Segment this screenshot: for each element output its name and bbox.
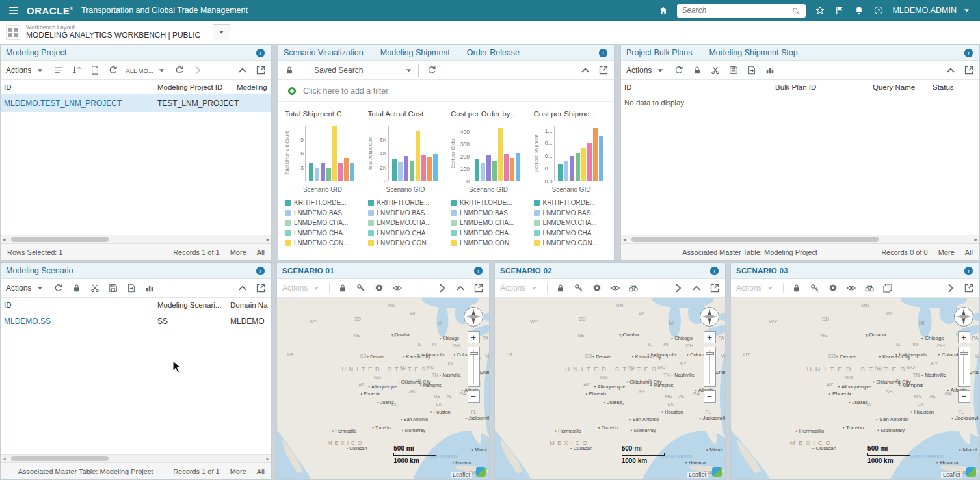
info-icon[interactable]: i [473, 265, 484, 276]
gear-icon[interactable] [827, 283, 838, 294]
horizontal-scrollbar[interactable]: ◂ ▸ [621, 235, 979, 243]
legend-item[interactable]: LNMDEMO.CON... [451, 239, 527, 247]
global-search[interactable] [677, 4, 806, 18]
scroll-left-arrow[interactable]: ◂ [3, 235, 6, 243]
export-icon[interactable] [126, 283, 137, 294]
saved-search-dropdown[interactable]: Saved Search [310, 64, 419, 77]
basemap-logo-icon[interactable] [712, 467, 722, 477]
legend-item[interactable]: KRITIFTI.ORDE... [285, 199, 362, 206]
lock-icon[interactable] [791, 283, 802, 294]
column-header-status[interactable]: Status [933, 83, 976, 91]
refresh-icon[interactable] [426, 65, 437, 76]
scenario-id-link[interactable]: MLDEMO.SS [4, 317, 157, 326]
legend-item[interactable]: LNMDEMO.CHA... [285, 219, 362, 226]
tab-project-bulk-plans[interactable]: Project Bulk Plans [626, 48, 692, 57]
lock-icon[interactable] [71, 283, 82, 294]
gear-icon[interactable] [591, 283, 602, 294]
compass-icon[interactable] [698, 306, 721, 328]
zoom-in-button[interactable]: + [468, 331, 480, 343]
basemap-logo-icon[interactable] [966, 467, 976, 477]
view-menu-icon[interactable] [53, 65, 64, 76]
maximize-panel-icon[interactable] [709, 283, 720, 294]
basemap-logo-icon[interactable] [476, 467, 486, 477]
legend-item[interactable]: LNMDEMO.CHA... [368, 219, 445, 226]
maximize-panel-icon[interactable] [255, 283, 266, 294]
zoom-slider[interactable] [958, 347, 970, 387]
map-canvas[interactable]: WYSDMNWIMIIANEILINOHPAWVVAUTCOKSMOKYTNNC… [495, 298, 725, 479]
info-icon[interactable]: i [255, 265, 266, 276]
more-link[interactable]: More [938, 248, 955, 256]
actions-button[interactable]: Actions [736, 283, 776, 294]
scroll-right-arrow[interactable]: ▸ [266, 455, 269, 462]
scrollbar-thumb[interactable] [11, 456, 109, 461]
favorites-icon[interactable] [814, 5, 825, 16]
hamburger-menu-icon[interactable] [8, 5, 19, 16]
workbench-icon[interactable] [6, 25, 20, 40]
info-icon[interactable]: i [963, 265, 974, 276]
chart-bar[interactable] [338, 163, 343, 181]
binoculars-icon[interactable] [628, 283, 639, 294]
zoom-in-button[interactable]: + [958, 331, 970, 343]
maximize-panel-icon[interactable] [598, 65, 609, 76]
column-header-scenario-id[interactable]: Modeling Scenari... [157, 301, 230, 309]
chart-bar[interactable] [410, 161, 414, 181]
chart-bar[interactable] [321, 163, 325, 181]
collapse-panel-icon[interactable] [579, 65, 590, 76]
legend-item[interactable]: LNMDEMO.CON... [534, 239, 611, 247]
gear-icon[interactable] [373, 283, 384, 294]
legend-item[interactable]: KRITIFTI.ORDE... [368, 199, 445, 206]
legend-item[interactable]: LNMDEMO.CHA... [368, 230, 445, 237]
chart-bar[interactable] [332, 126, 337, 181]
chart-bar[interactable] [581, 148, 586, 181]
chart-bar[interactable] [492, 161, 497, 181]
maximize-panel-icon[interactable] [255, 65, 266, 76]
chart-bar[interactable] [587, 143, 592, 181]
collapse-panel-icon[interactable] [237, 283, 248, 294]
lock-icon[interactable] [284, 65, 295, 76]
chart-bar[interactable] [309, 163, 313, 181]
chart-bar[interactable] [475, 159, 479, 181]
zoom-slider-handle[interactable] [706, 352, 714, 355]
scrollbar-thumb[interactable] [631, 237, 879, 242]
chart-bar[interactable] [392, 159, 397, 181]
chart-bar[interactable] [510, 158, 514, 181]
save-icon[interactable] [728, 65, 739, 76]
chart-bar[interactable] [326, 168, 331, 182]
lock-icon[interactable] [337, 283, 348, 294]
column-header-id[interactable]: ID [4, 301, 157, 309]
chart-bar[interactable] [504, 154, 509, 181]
project-id-link[interactable]: MLDEMO.TEST_LNM_PROJECT [4, 99, 157, 108]
all-link[interactable]: All [257, 468, 265, 475]
legend-item[interactable]: LNMDEMO.CHA... [451, 219, 527, 226]
chart-bar[interactable] [416, 131, 420, 181]
export-icon[interactable] [746, 65, 757, 76]
collapse-panel-icon[interactable] [455, 283, 466, 294]
maximize-panel-icon[interactable] [473, 283, 484, 294]
eye-icon[interactable] [609, 283, 620, 294]
chart-icon[interactable] [764, 65, 775, 76]
actions-button[interactable]: Actions [626, 65, 666, 76]
info-icon[interactable]: i [598, 47, 609, 59]
chart-bar[interactable] [593, 128, 598, 181]
actions-button[interactable]: Actions [282, 283, 322, 294]
lock-icon[interactable] [555, 283, 566, 294]
search-icon[interactable] [790, 5, 801, 16]
zoom-out-button[interactable]: − [468, 390, 480, 403]
chart-bar[interactable] [404, 156, 408, 181]
info-icon[interactable]: i [709, 265, 720, 276]
column-header-domain-name[interactable]: Domain Name [230, 301, 268, 309]
legend-item[interactable]: LNMDEMO.BAS... [368, 209, 445, 217]
chart-bar[interactable] [315, 168, 319, 182]
user-menu[interactable]: MLDEMO.ADMIN [892, 5, 972, 16]
compass-icon[interactable] [462, 306, 484, 328]
add-filter-icon[interactable] [286, 85, 297, 96]
collapse-panel-icon[interactable] [945, 65, 956, 76]
legend-item[interactable]: LNMDEMO.CON... [285, 239, 362, 247]
scroll-right-arrow[interactable]: ▸ [974, 235, 977, 243]
legend-item[interactable]: LNMDEMO.CHA... [534, 230, 611, 237]
next-page-chevron-icon[interactable] [192, 65, 204, 76]
legend-item[interactable]: LNMDEMO.CHA... [534, 219, 611, 226]
cut-icon[interactable] [89, 283, 100, 294]
tab-modeling-shipment[interactable]: Modeling Shipment [380, 48, 450, 57]
key-icon[interactable] [809, 283, 820, 294]
